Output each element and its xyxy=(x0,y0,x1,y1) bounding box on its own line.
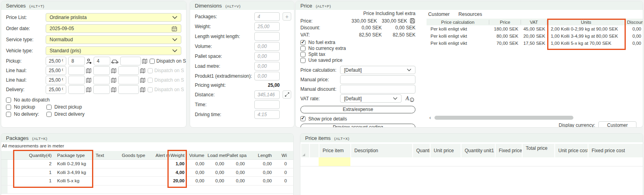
extra-expense-button[interactable]: Extra/expense xyxy=(300,106,415,113)
pickup-leg-row: Pickup: Dispatch on S xyxy=(1,56,186,66)
price-table-row[interactable]: Per kolli enligt vikt 80,00 SEK 20,00 SE… xyxy=(427,32,643,40)
pickup-field2-input[interactable] xyxy=(94,57,110,65)
save-price-icon[interactable] xyxy=(409,18,415,24)
calendar-icon[interactable] xyxy=(171,26,177,32)
scrollbar-thumb[interactable] xyxy=(434,116,573,120)
pickup-field3-input[interactable] xyxy=(120,57,141,65)
split-tax-checkbox[interactable] xyxy=(300,52,306,57)
map-icon[interactable] xyxy=(111,87,117,93)
map-icon[interactable] xyxy=(140,68,146,74)
dispatch-checkbox[interactable] xyxy=(150,59,155,64)
map-icon[interactable] xyxy=(142,58,148,64)
no-fuel-extra-checkbox[interactable] xyxy=(300,40,306,45)
package-row[interactable]: 2 Kolli 0-2,99 kg 1,00 0,00 0,00 0,00 0,… xyxy=(1,160,293,168)
price-panel-header: Price (ALT+P) xyxy=(296,1,643,10)
price-calculation-label: Price calculation: xyxy=(300,67,340,73)
use-saved-price-checkbox[interactable] xyxy=(300,58,306,63)
price-calculation-dropdown[interactable]: [Default] xyxy=(340,66,415,74)
linehaul2-field2-input[interactable] xyxy=(93,76,110,84)
linehaul1-field2-input[interactable] xyxy=(93,66,110,75)
scroll-left-icon[interactable]: ‹ xyxy=(427,115,433,120)
map-icon[interactable] xyxy=(111,77,117,83)
volume-row: Volume: xyxy=(190,41,294,51)
manual-price-input[interactable] xyxy=(340,75,415,84)
manual-discount-label: Manual discount: xyxy=(300,86,340,92)
dispatch-checkbox[interactable] xyxy=(148,78,153,83)
linehaul2-field1-input[interactable] xyxy=(68,76,85,84)
price-item-row-empty[interactable] xyxy=(300,157,643,166)
delivery-field1-input[interactable] xyxy=(68,85,85,94)
produkt1-input[interactable] xyxy=(254,72,280,80)
linehaul1-field3-input[interactable] xyxy=(118,66,139,75)
pickup-percent-input[interactable] xyxy=(46,57,66,65)
map-icon[interactable] xyxy=(111,68,117,74)
price-table-row[interactable]: Per kolli enligt vikt 180,00 SEK 45,00 S… xyxy=(427,25,643,32)
packages-panel: Packages (ALT+K) All measurements are in… xyxy=(1,133,294,195)
packages-shortcut: (ALT+K) xyxy=(32,136,47,141)
vat-info-icon[interactable]: Ai xyxy=(406,95,415,102)
map-icon[interactable] xyxy=(86,68,92,74)
cell-vat: 17,50 SEK xyxy=(521,41,547,46)
service-type-dropdown[interactable]: Normalbud xyxy=(46,35,181,44)
cell-width: 0 xyxy=(276,161,294,166)
vehicle-type-dropdown[interactable]: Standard (pris) xyxy=(46,46,181,55)
linehaul2-percent-input[interactable] xyxy=(46,76,66,84)
manual-discount-input[interactable] xyxy=(340,85,415,94)
dispatch-checkbox[interactable] xyxy=(148,87,153,92)
delivery-field3-input[interactable] xyxy=(118,85,139,94)
map-icon[interactable] xyxy=(86,77,92,83)
dimensions-panel: Dimensions (ALT+V) Packages: + Weight: L… xyxy=(190,1,294,128)
no-pickup-checkbox[interactable] xyxy=(6,105,11,110)
delivery-field2-input[interactable] xyxy=(93,85,110,94)
person-icon[interactable] xyxy=(86,58,92,65)
weight-row: Weight: xyxy=(190,21,294,31)
col-description: Description xyxy=(350,144,412,157)
price-list-dropdown[interactable]: Ordinarie prislista xyxy=(46,13,181,22)
direct-delivery-checkbox[interactable] xyxy=(46,112,52,117)
scrollbar-track[interactable] xyxy=(433,116,641,120)
display-currency-dropdown[interactable]: Customer xyxy=(598,121,636,128)
no-currency-extra-checkbox[interactable] xyxy=(300,46,306,51)
add-package-button[interactable]: + xyxy=(283,12,291,21)
delivery-percent-input[interactable] xyxy=(46,85,66,94)
order-date-field[interactable]: 2025-09-05 xyxy=(46,24,181,33)
no-pickup-label: No pickup xyxy=(14,104,35,110)
show-price-details-checkbox[interactable] xyxy=(300,116,306,121)
volume-input[interactable] xyxy=(254,42,280,51)
no-auto-dispatch-checkbox[interactable] xyxy=(6,98,11,103)
driving-time-input[interactable] xyxy=(254,110,280,119)
distance-input[interactable] xyxy=(254,90,280,99)
dimensions-title: Dimensions xyxy=(195,3,222,9)
preview-account-coding-button[interactable]: Preview account coding xyxy=(300,124,415,128)
map-icon[interactable] xyxy=(140,87,146,93)
package-row[interactable]: 1 Kolli 3-4,99 kg 4,00 0,00 0,00 0,00 0,… xyxy=(1,168,293,177)
car-icon[interactable] xyxy=(111,58,119,64)
pickup-field1-input[interactable] xyxy=(68,57,85,65)
packages-count-input[interactable] xyxy=(254,12,280,21)
dispatch-checkbox[interactable] xyxy=(148,68,153,73)
col-quantity: Quantity(4) xyxy=(15,153,55,158)
price-item-selected-cell[interactable] xyxy=(319,157,350,166)
services-panel: Services (ALT+T) Price List: Ordinarie p… xyxy=(1,1,186,128)
time-input[interactable] xyxy=(254,100,280,109)
pallet-space-input[interactable] xyxy=(254,52,280,61)
price-summary-block: Price Including fuel extra Price: 330,00… xyxy=(300,11,415,128)
pickup-label: Pickup: xyxy=(6,58,46,64)
linehaul1-field1-input[interactable] xyxy=(68,66,85,75)
no-delivery-checkbox[interactable] xyxy=(6,112,11,117)
load-metre-input[interactable] xyxy=(254,62,280,71)
weight-input[interactable] xyxy=(254,22,280,31)
linehaul2-field3-input[interactable] xyxy=(118,76,139,84)
package-row-empty[interactable] xyxy=(1,185,293,194)
length-weight-input[interactable] xyxy=(254,32,280,41)
linehaul1-percent-input[interactable] xyxy=(46,66,66,75)
vat-rate-dropdown[interactable]: [Default] xyxy=(340,94,402,103)
package-row[interactable]: 1 Kolli 5-x kg 20,00 0,00 0,00 0,00 0,00… xyxy=(1,177,293,185)
calculate-route-icon[interactable] xyxy=(283,90,291,99)
map-icon[interactable] xyxy=(140,77,146,83)
price-table-row[interactable]: Per kolli enligt vikt 70,00 SEK 17,50 SE… xyxy=(427,40,643,47)
discount-row-label: Discount: xyxy=(300,25,336,31)
direct-pickup-checkbox[interactable] xyxy=(46,105,52,110)
map-icon[interactable] xyxy=(86,87,92,93)
packages-count-label: Packages: xyxy=(195,14,254,19)
